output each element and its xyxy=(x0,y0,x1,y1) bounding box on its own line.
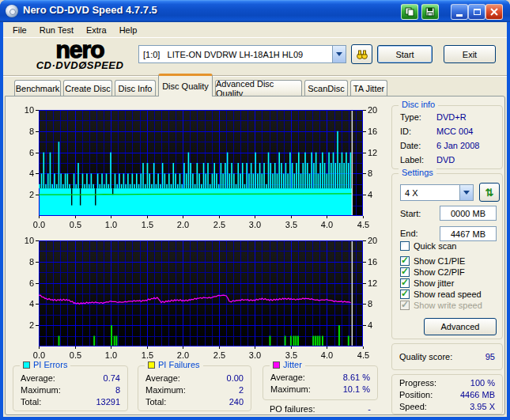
pi-failures-maximum: 2 xyxy=(239,385,244,395)
tab-advanced-disc-quality[interactable]: Advanced Disc Quality xyxy=(215,80,302,96)
disc-info-panel: Disc info Type:DVD+R ID:MCC 004 Date:6 J… xyxy=(391,105,503,169)
quick-scan-checkbox[interactable]: Quick scan xyxy=(400,240,456,251)
scan-speed-value: 4 X xyxy=(401,188,459,198)
disc-type: DVD+R xyxy=(436,112,467,122)
exit-button[interactable]: Exit xyxy=(444,45,496,63)
pi-errors-maximum: 8 xyxy=(115,385,120,395)
jitter-legend-swatch xyxy=(273,361,280,369)
menu-file[interactable]: File xyxy=(6,24,33,36)
drive-name: LITE-ON DVDRW LH-18A1H HL09 xyxy=(168,50,304,59)
start-field[interactable]: 0000 MB xyxy=(440,206,497,221)
client-area: File Run Test Extra Help nero CD·DVDØSPE… xyxy=(3,22,507,417)
advanced-button[interactable]: Advanced xyxy=(424,318,497,335)
show-jitter-checkbox[interactable]: Show jitter xyxy=(400,278,454,288)
nero-logo-wordmark: nero xyxy=(21,40,139,60)
start-button[interactable]: Start xyxy=(377,45,433,63)
po-failures-value: - xyxy=(368,404,371,414)
nero-logo: nero CD·DVDØSPEED xyxy=(21,40,139,71)
menu-bar: File Run Test Extra Help xyxy=(3,22,507,38)
copy-icon xyxy=(405,7,414,17)
pi-errors-legend-swatch xyxy=(23,361,30,369)
quality-score-label: Quality score: xyxy=(399,352,452,361)
show-read-speed-checkbox[interactable]: Show read speed xyxy=(400,289,482,299)
pi-errors-chart xyxy=(9,105,387,232)
pi-failures-panel: PI Failures Average:0.00 Maximum:2 Total… xyxy=(138,365,251,411)
settings-title: Settings xyxy=(402,168,433,177)
drive-bus: [1:0] xyxy=(143,50,160,59)
pi-errors-total: 13291 xyxy=(96,397,120,407)
progress-panel: Progress:100 % Position:4466 MB Speed:3.… xyxy=(391,374,503,414)
window-title: Nero CD-DVD Speed 4.7.7.5 xyxy=(23,4,157,16)
jitter-maximum: 10.1 % xyxy=(343,384,370,394)
show-write-speed-checkbox: Show write speed xyxy=(400,300,482,310)
quality-score-panel: Quality score:95 xyxy=(391,343,503,370)
po-failures-row: PO failures:- xyxy=(263,404,378,414)
titlebar: Nero CD-DVD Speed 4.7.7.5 xyxy=(0,0,510,22)
drive-select[interactable]: [1:0] LITE-ON DVDRW LH-18A1H HL09 xyxy=(138,45,346,63)
progress-value: 100 % xyxy=(470,378,495,388)
maximize-button[interactable] xyxy=(468,4,485,20)
checkbox-icon xyxy=(400,301,410,310)
checkbox-icon xyxy=(400,241,410,251)
disc-id: MCC 004 xyxy=(436,127,473,136)
scan-speed-select[interactable]: 4 X xyxy=(400,184,474,201)
pi-errors-title: PI Errors xyxy=(33,360,67,369)
pi-errors-panel: PI Errors Average:0.74 Maximum:8 Total:1… xyxy=(13,365,128,411)
disc-info-title: Disc info xyxy=(402,100,435,109)
pi-failures-jitter-chart xyxy=(9,236,387,362)
refresh-button[interactable]: ⇅ xyxy=(479,183,500,202)
minimize-icon xyxy=(456,14,463,17)
tab-create-disc[interactable]: Create Disc xyxy=(63,80,112,96)
pi-failures-average: 0.00 xyxy=(227,373,244,383)
jitter-average: 8.61 % xyxy=(343,373,370,382)
speed-value: 3.95 X xyxy=(470,402,495,411)
checkbox-icon xyxy=(400,289,410,299)
scan-speed-dropdown-button[interactable] xyxy=(459,185,473,200)
checkbox-icon xyxy=(400,267,410,277)
header-separator xyxy=(3,75,507,77)
refresh-icon: ⇅ xyxy=(485,187,494,199)
drive-select-dropdown-button[interactable] xyxy=(332,46,346,62)
close-icon xyxy=(490,8,498,16)
checkbox-icon xyxy=(400,278,410,288)
drive-tools-button[interactable] xyxy=(351,44,372,64)
tab-benchmark[interactable]: Benchmark xyxy=(14,80,61,96)
jitter-title: Jitter xyxy=(283,360,302,369)
copy-to-clipboard-button[interactable] xyxy=(401,4,418,20)
pi-failures-legend-swatch xyxy=(148,361,155,369)
pi-failures-total: 240 xyxy=(229,397,244,407)
app-window: Nero CD-DVD Speed 4.7.7.5 File Run Test … xyxy=(0,0,510,420)
save-button[interactable] xyxy=(421,4,439,20)
maximize-icon xyxy=(474,9,481,15)
position-value: 4466 MB xyxy=(460,390,495,399)
menu-extra[interactable]: Extra xyxy=(80,24,113,36)
minimize-button[interactable] xyxy=(451,4,468,20)
chevron-down-icon xyxy=(336,52,342,56)
app-icon xyxy=(6,5,18,17)
disc-date: 6 Jan 2008 xyxy=(436,141,479,150)
show-c2-pif-checkbox[interactable]: Show C2/PIF xyxy=(400,267,465,277)
disc-label: DVD xyxy=(436,155,455,165)
tab-ta-jitter[interactable]: TA Jitter xyxy=(350,80,387,96)
settings-panel: Settings 4 X ⇅ Start: 0000 MB End: 4467 … xyxy=(391,173,503,339)
menu-run-test[interactable]: Run Test xyxy=(33,24,80,36)
binoculars-icon xyxy=(356,48,368,61)
tab-disc-quality[interactable]: Disc Quality xyxy=(158,74,213,96)
jitter-panel: Jitter Average:8.61 % Maximum:10.1 % xyxy=(263,365,378,400)
end-field[interactable]: 4467 MB xyxy=(440,226,497,241)
checkbox-icon xyxy=(400,256,410,266)
chevron-down-icon xyxy=(463,191,470,195)
quality-score-value: 95 xyxy=(485,352,495,361)
tab-disc-info[interactable]: Disc Info xyxy=(115,80,156,96)
close-button[interactable] xyxy=(485,4,503,20)
show-c1-pie-checkbox[interactable]: Show C1/PIE xyxy=(400,255,465,266)
nero-logo-subtitle: CD·DVDØSPEED xyxy=(21,59,139,71)
disc-quality-page: PI Errors Average:0.74 Maximum:8 Total:1… xyxy=(5,96,505,415)
tab-scandisc[interactable]: ScanDisc xyxy=(304,80,348,96)
pi-failures-title: PI Failures xyxy=(158,360,200,369)
pi-errors-average: 0.74 xyxy=(104,373,120,383)
menu-help[interactable]: Help xyxy=(113,24,144,36)
save-icon xyxy=(425,7,435,17)
